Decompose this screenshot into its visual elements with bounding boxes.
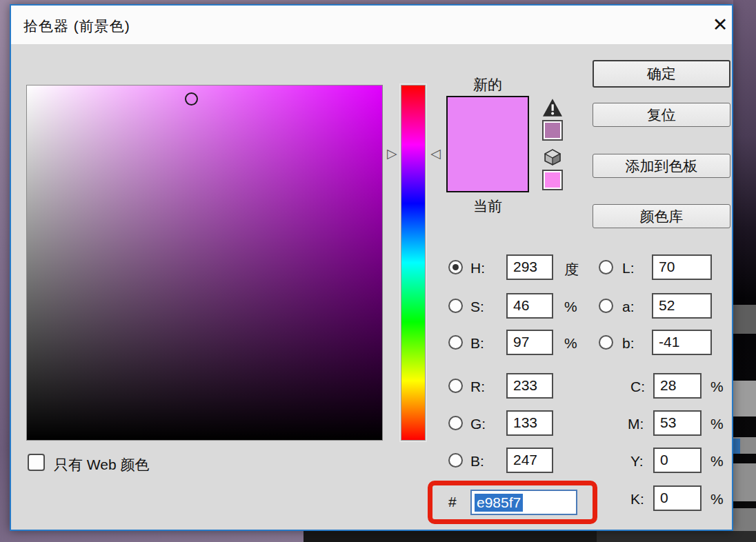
s-unit: % [564, 299, 577, 315]
radio-b[interactable] [448, 335, 463, 350]
radio-r[interactable] [448, 379, 463, 393]
g-label: G: [470, 416, 486, 432]
current-color-label: 当前 [446, 197, 529, 216]
close-icon[interactable]: ✕ [706, 11, 734, 39]
c-input[interactable]: 28 [653, 373, 702, 399]
add-to-swatches-button[interactable]: 添加到色板 [593, 154, 730, 178]
gamut-corrected-swatch[interactable] [542, 120, 563, 141]
red-highlight-annotation [428, 481, 597, 524]
k-label: K: [630, 491, 644, 508]
hue-slider-arrow-right-icon[interactable]: ◁ [430, 147, 441, 160]
background-panel-fragment [733, 463, 756, 501]
background-right-strip [733, 0, 756, 542]
m-input[interactable]: 53 [653, 410, 702, 436]
b2-label: B: [470, 453, 484, 470]
b-input[interactable]: 97 [506, 330, 553, 355]
b-unit: % [564, 335, 577, 352]
h-label: H: [470, 260, 485, 277]
m-unit: % [710, 416, 724, 432]
web-safe-cube-icon[interactable] [542, 148, 563, 167]
lab-b-label: b: [622, 335, 635, 352]
new-color-swatch [448, 97, 528, 144]
color-field-marker[interactable] [185, 92, 198, 106]
hue-slider-arrow-left-icon[interactable]: ▷ [387, 147, 397, 160]
b-label: B: [470, 335, 484, 352]
background-bottom-window [597, 531, 756, 542]
dialog-title: 拾色器 (前景色) [23, 17, 130, 36]
b2-input[interactable]: 247 [506, 448, 553, 473]
background-panel-fragment [733, 381, 756, 416]
a-label: a: [622, 299, 635, 315]
color-preview-swatch [446, 96, 529, 192]
l-input[interactable]: 70 [652, 254, 712, 280]
new-color-label: 新的 [446, 75, 529, 94]
k-unit: % [710, 491, 724, 508]
h-unit: 度 [564, 260, 579, 279]
web-only-checkbox[interactable] [28, 454, 45, 471]
background-panel-fragment [733, 305, 756, 334]
y-unit: % [710, 453, 724, 470]
reset-button[interactable]: 复位 [593, 103, 730, 127]
lab-b-input[interactable]: -41 [652, 330, 712, 355]
saturation-brightness-field[interactable] [26, 85, 383, 441]
current-color-swatch[interactable] [448, 144, 528, 191]
k-input[interactable]: 0 [653, 485, 702, 511]
r-label: R: [470, 379, 485, 395]
r-input[interactable]: 233 [506, 373, 553, 399]
radio-b2[interactable] [448, 453, 463, 468]
l-label: L: [622, 260, 635, 277]
hue-slider[interactable] [401, 85, 426, 441]
c-unit: % [710, 379, 724, 395]
gamut-warning-icon[interactable] [542, 98, 563, 117]
background-bottom-window [304, 531, 597, 542]
s-input[interactable]: 46 [506, 293, 553, 319]
radio-lab-b[interactable] [599, 335, 613, 350]
y-label: Y: [630, 453, 644, 470]
s-label: S: [470, 299, 484, 315]
g-input[interactable]: 133 [506, 410, 553, 436]
ok-button[interactable]: 确定 [593, 60, 730, 88]
web-safe-swatch[interactable] [542, 170, 563, 190]
radio-g[interactable] [448, 416, 463, 430]
radio-l[interactable] [599, 260, 613, 274]
radio-a[interactable] [599, 299, 613, 313]
web-only-label: 只有 Web 颜色 [54, 455, 149, 474]
color-picker-dialog: 拾色器 (前景色) ✕ ▷ ◁ 新的 当前 确定 复位 添加到色板 颜色库 H: [10, 4, 733, 531]
m-label: M: [628, 416, 644, 432]
c-label: C: [630, 379, 645, 395]
a-input[interactable]: 52 [652, 293, 712, 319]
color-libraries-button[interactable]: 颜色库 [593, 204, 730, 228]
radio-s[interactable] [448, 299, 463, 313]
radio-h[interactable] [448, 260, 463, 274]
background-panel-fragment [733, 439, 740, 454]
h-input[interactable]: 293 [506, 254, 553, 280]
y-input[interactable]: 0 [653, 448, 702, 473]
titlebar[interactable]: 拾色器 (前景色) ✕ [11, 6, 732, 44]
